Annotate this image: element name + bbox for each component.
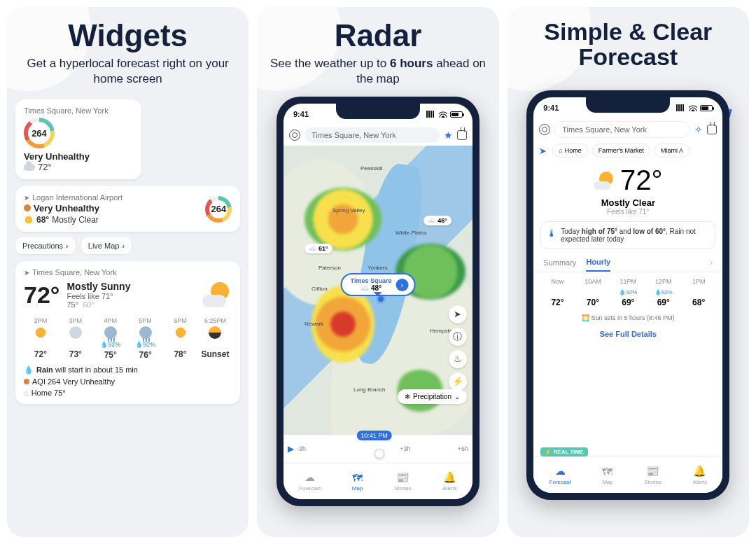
phone-notch [336, 104, 420, 119]
location-search[interactable]: Times Square, New York [554, 121, 690, 138]
play-button[interactable]: ▶ [288, 444, 294, 454]
location-chip-farmers[interactable]: Farmer's Market [592, 144, 650, 158]
subhead-radar: See the weather up to 6 hours ahead on t… [265, 56, 490, 87]
info-button[interactable]: ⓘ [449, 328, 467, 346]
hour-cell: 2PM 72° [24, 317, 57, 360]
location-chip-home[interactable]: ⌂Home [552, 144, 587, 158]
location-arrow-icon: ➤ [24, 194, 29, 202]
tab-stories[interactable]: 📰Stories [644, 465, 662, 485]
hour-cell: 10AM 70° [576, 278, 610, 307]
signal-icon [426, 111, 436, 118]
widget1-location: Times Square, New York [24, 106, 133, 115]
tab-forecast[interactable]: ☁Forecast [299, 471, 321, 491]
thermometer-icon: 🌡 [547, 228, 556, 243]
cloud-icon [24, 164, 35, 171]
favorite-icon[interactable]: ★ [444, 130, 453, 141]
widget1-condition: Very Unhealthy [24, 151, 133, 162]
tab-hourly[interactable]: Hourly [586, 253, 610, 272]
city-label: Yonkers [368, 265, 388, 271]
phone-mockup-forecast: 9:41 Times Square, New York ✧ ➤ ⌂Home Fa… [526, 90, 729, 500]
timeline-mark: +6h [458, 445, 468, 452]
aqi-value: 264 [31, 128, 47, 139]
hero-condition: Mostly Clear [601, 197, 655, 208]
precautions-chip[interactable]: Precautions› [15, 237, 76, 254]
tab-map[interactable]: 🗺Map [352, 472, 363, 491]
widget2-sky: 68°Mostly Clear [24, 215, 122, 225]
chevron-down-icon: ⌄ [454, 393, 460, 400]
location-search[interactable]: Times Square, New York [304, 127, 440, 143]
share-icon[interactable] [457, 130, 467, 140]
widget-aqi-small[interactable]: Times Square, New York 264 Very Unhealth… [15, 99, 141, 179]
battery-icon [700, 105, 713, 111]
widget3-location: ➤Times Square, New York [24, 268, 232, 277]
tab-bar: ☁Forecast 🗺Map 📰Stories 🔔Alerts [533, 456, 722, 493]
rain-drop-icon: 💧 [24, 365, 34, 374]
realtime-badge: ⚡ REAL TIME [540, 447, 587, 456]
partly-sunny-icon [594, 170, 615, 191]
temp-badge[interactable]: ☁️61° [304, 244, 332, 253]
widget3-condition: Mostly Sunny [66, 281, 130, 292]
chevron-right-icon[interactable]: › [710, 258, 713, 267]
live-map-chip[interactable]: Live Map› [81, 237, 132, 254]
radar-precipitation-blob [304, 188, 382, 251]
home-icon: ⌂ [559, 147, 562, 154]
settings-icon[interactable] [539, 124, 550, 135]
timeline-mark: +3h [400, 445, 410, 452]
phone-notch [586, 97, 670, 113]
widget-airport[interactable]: ➤Logan International Airport Very Unheal… [15, 186, 240, 232]
tab-stories[interactable]: 📰Stories [394, 471, 412, 491]
sun-icon [174, 326, 187, 339]
sunset-icon [209, 326, 221, 339]
location-chip-miami[interactable]: Miami A [654, 144, 690, 158]
chevron-right-icon: › [66, 242, 69, 250]
tab-summary[interactable]: Summary [543, 254, 576, 271]
tab-forecast[interactable]: ☁Forecast [550, 465, 571, 485]
fire-button[interactable]: ♨ [449, 350, 467, 368]
callout-go-icon[interactable]: › [396, 279, 408, 291]
status-time: 9:41 [293, 110, 309, 118]
tab-map[interactable]: 🗺Map [602, 466, 613, 485]
radar-timeline[interactable]: ▶ -3h +3h +6h 10:41 PM [284, 435, 472, 463]
hour-cell: 3PM 73° [59, 317, 92, 360]
timeline-current: 10:41 PM [356, 431, 392, 440]
sunset-note: 🌅 Sun sets in 5 hours (8:46 PM) [533, 313, 722, 326]
tab-bar: ☁Forecast 🗺Map 📰Stories 🔔Alerts [284, 463, 472, 499]
timeline-handle[interactable] [374, 449, 384, 459]
settings-icon[interactable] [289, 130, 300, 141]
hour-cell: 12PM 💧92% 69° [647, 278, 680, 307]
cloud-icon [69, 326, 82, 339]
location-callout[interactable]: Times Square ☁️48° › [341, 273, 416, 296]
city-label: Newark [304, 321, 323, 327]
favorite-icon[interactable]: ✧ [694, 124, 703, 135]
tab-alerts[interactable]: 🔔Alerts [442, 471, 456, 491]
note-home: ⌂Home 75° [24, 389, 232, 397]
hour-cell: 4PM 💧92% 75° [94, 317, 127, 360]
aqi-value: 264 [211, 204, 226, 214]
city-label: Spring Valley [332, 207, 365, 214]
widget2-location: ➤Logan International Airport [24, 193, 122, 202]
temp-badge[interactable]: ☁️46° [424, 216, 451, 225]
widget3-hilow: 75° 60° [66, 300, 130, 309]
timeline-mark: -3h [297, 445, 306, 452]
aqi-dot-icon [24, 204, 31, 211]
radar-map[interactable]: Peekskill Spring Valley White Plains Pat… [284, 146, 472, 435]
tab-alerts[interactable]: 🔔Alerts [693, 465, 707, 485]
lightning-button[interactable]: ⚡ [449, 372, 467, 391]
chevron-right-icon: › [122, 242, 125, 250]
see-full-details-link[interactable]: See Full Details [533, 326, 722, 345]
headline-widgets: Widgets [15, 20, 240, 52]
callout-location: Times Square [351, 277, 392, 284]
layer-selector[interactable]: ❄Precipitation⌄ [398, 389, 467, 404]
status-time: 9:41 [543, 104, 559, 112]
forecast-icon: ☁ [304, 471, 315, 484]
share-icon[interactable] [707, 125, 717, 134]
signal-icon [676, 104, 686, 111]
widget-forecast-large[interactable]: ➤Times Square, New York 72° Mostly Sunny… [15, 261, 240, 404]
bell-icon: 🔔 [443, 471, 456, 484]
location-arrow-icon: ➤ [24, 269, 29, 277]
locate-me-button[interactable]: ➤ [449, 305, 467, 323]
hour-cell: 5PM 💧92% 76° [129, 317, 162, 360]
location-arrow-icon[interactable]: ➤ [539, 146, 547, 156]
forecast-tabs: Summary Hourly › [533, 253, 722, 272]
panel-widgets: Widgets Get a hyperlocal forecast right … [7, 7, 248, 537]
